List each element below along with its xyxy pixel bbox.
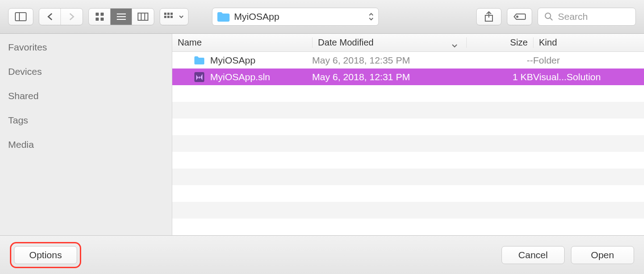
arrange-icon: [164, 13, 177, 21]
share-button[interactable]: [476, 8, 501, 25]
options-button[interactable]: Options: [14, 246, 77, 264]
search-field[interactable]: Search: [538, 8, 636, 26]
svg-rect-12: [164, 13, 166, 15]
view-mode-segmented: [88, 8, 154, 25]
empty-row: [172, 185, 644, 202]
grid-icon: [95, 12, 104, 21]
cancel-button[interactable]: Cancel: [501, 246, 565, 264]
chevron-right-icon: [69, 13, 75, 21]
footer: Options Cancel Open: [0, 235, 644, 274]
sidebar-icon: [15, 12, 27, 21]
toolbar: MyiOSApp Search: [0, 0, 644, 34]
search-icon: [544, 12, 553, 21]
tags-button[interactable]: [507, 8, 532, 25]
empty-row: [172, 119, 644, 135]
svg-line-22: [550, 18, 552, 20]
svg-point-21: [545, 13, 551, 18]
empty-row: [172, 202, 644, 219]
list-view-button[interactable]: [110, 9, 132, 25]
empty-row: [172, 102, 644, 119]
svg-rect-4: [96, 18, 99, 21]
sidebar-section-media[interactable]: Media: [8, 139, 172, 150]
empty-row: [172, 219, 644, 235]
svg-rect-16: [167, 16, 170, 18]
path-popup-button[interactable]: MyiOSApp: [212, 8, 379, 26]
open-button[interactable]: Open: [571, 246, 634, 264]
svg-rect-2: [96, 13, 99, 16]
file-listing: Name Date Modified Size Kind MyiOSApp Ma…: [172, 34, 644, 235]
annotation-highlight: Options: [10, 242, 81, 268]
file-name: MyiOSApp.sln: [210, 72, 270, 82]
col-date[interactable]: Date Modified: [312, 37, 466, 48]
folder-icon: [194, 55, 205, 66]
table-row[interactable]: MyiOSApp.sln May 6, 2018, 12:31 PM 1 KB …: [172, 68, 644, 85]
search-placeholder: Search: [558, 11, 588, 22]
table-row[interactable]: MyiOSApp May 6, 2018, 12:35 PM -- Folder: [172, 52, 644, 68]
file-rows: MyiOSApp May 6, 2018, 12:35 PM -- Folder…: [172, 52, 644, 235]
col-name[interactable]: Name: [172, 37, 312, 48]
chevron-left-icon: [47, 13, 53, 21]
tag-icon: [513, 13, 526, 21]
file-name: MyiOSApp: [210, 55, 255, 66]
file-kind: Visual...Solution: [533, 72, 644, 82]
back-button[interactable]: [39, 9, 61, 25]
svg-rect-14: [170, 13, 173, 15]
file-date: May 6, 2018, 12:31 PM: [312, 72, 466, 82]
forward-button[interactable]: [61, 9, 83, 25]
svg-rect-3: [101, 13, 104, 16]
arrange-button[interactable]: [160, 8, 189, 25]
icon-view-button[interactable]: [89, 9, 110, 25]
empty-row: [172, 169, 644, 185]
svg-rect-9: [138, 13, 148, 20]
folder-icon: [217, 12, 230, 22]
sidebar-section-favorites[interactable]: Favorites: [8, 42, 172, 53]
svg-rect-17: [170, 16, 173, 18]
sidebar-section-tags[interactable]: Tags: [8, 115, 172, 126]
stepper-icon: [368, 13, 374, 21]
dialog-body: Favorites Devices Shared Tags Media Name…: [0, 34, 644, 235]
svg-rect-15: [164, 16, 166, 18]
share-icon: [484, 11, 493, 22]
file-size: 1 KB: [466, 72, 533, 82]
columns-icon: [138, 13, 148, 21]
svg-rect-0: [15, 13, 26, 21]
column-view-button[interactable]: [132, 9, 154, 25]
col-kind[interactable]: Kind: [533, 37, 644, 48]
svg-rect-5: [101, 18, 104, 21]
list-icon: [116, 13, 126, 20]
svg-rect-13: [167, 13, 170, 15]
vs-file-icon: [194, 72, 205, 82]
sidebar-section-devices[interactable]: Devices: [8, 66, 172, 77]
file-size: --: [466, 55, 533, 66]
empty-row: [172, 152, 644, 169]
empty-row: [172, 135, 644, 152]
svg-point-20: [517, 16, 518, 18]
nav-back-forward: [39, 8, 83, 25]
empty-row: [172, 85, 644, 102]
col-size[interactable]: Size: [466, 37, 533, 48]
file-date: May 6, 2018, 12:35 PM: [312, 55, 466, 66]
sidebar: Favorites Devices Shared Tags Media: [0, 34, 172, 235]
column-headers: Name Date Modified Size Kind: [172, 34, 644, 52]
sidebar-toggle-button[interactable]: [8, 8, 33, 25]
sidebar-section-shared[interactable]: Shared: [8, 91, 172, 101]
chevron-down-icon: [179, 14, 184, 19]
file-kind: Folder: [533, 55, 644, 66]
current-folder-label: MyiOSApp: [234, 11, 364, 22]
chevron-down-icon: [451, 43, 458, 48]
